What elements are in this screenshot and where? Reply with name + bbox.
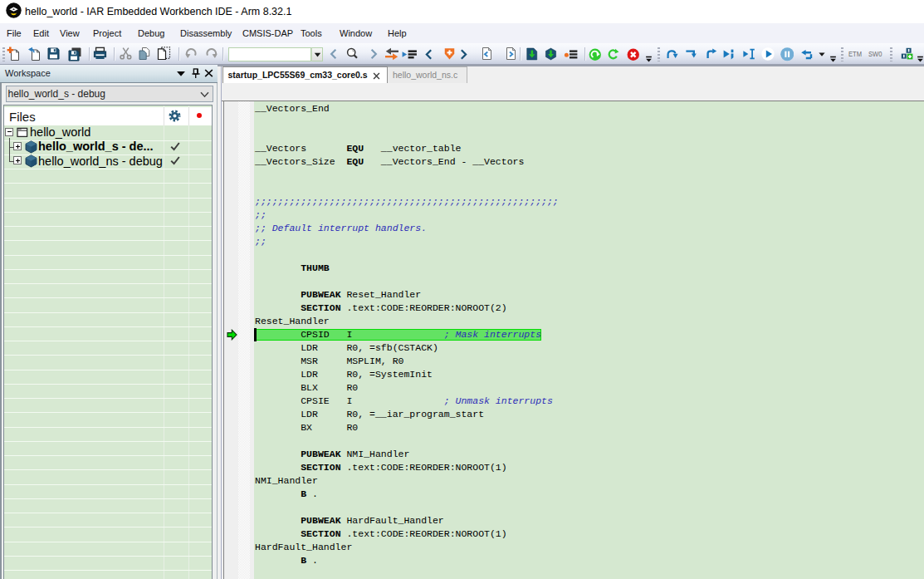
stop-debug-session-button[interactable] <box>800 47 814 61</box>
toolbar-separator <box>89 47 90 61</box>
code-line: __Vectors_End <box>254 102 924 115</box>
stop-debugging-button[interactable] <box>627 48 640 61</box>
find-previous-button[interactable] <box>327 47 340 61</box>
code-line: SECTION .text:CODE:REORDER:NOROOT(1) <box>254 527 924 541</box>
etm-button[interactable]: ETM <box>848 47 862 61</box>
menu-help[interactable]: Help <box>388 23 407 43</box>
new-document-button[interactable] <box>7 47 22 61</box>
code-text <box>255 302 301 313</box>
copy-button[interactable] <box>138 47 152 61</box>
step-out-button[interactable] <box>705 47 718 61</box>
code-text: Reset_Handler <box>255 316 330 326</box>
reload-button[interactable] <box>607 48 619 61</box>
toolbar-overflow-button[interactable] <box>917 56 924 63</box>
menu-window[interactable]: Window <box>340 23 372 43</box>
expand-box[interactable] <box>13 142 22 150</box>
tab-startup-lpc55s69-cm33-core0-s[interactable]: startup_LPC55S69_cm33_core0.s <box>222 66 389 83</box>
window-menu-icon[interactable] <box>176 69 186 78</box>
workspace-panel: Workspacehello_world_s - debugFileshello… <box>0 65 218 579</box>
toggle-source-disassembly-button[interactable] <box>385 47 398 61</box>
cut-button[interactable] <box>119 47 133 61</box>
menu-disassembly[interactable]: Disassembly <box>180 23 232 43</box>
row-separator <box>4 283 212 284</box>
editor-side-margin <box>238 101 250 579</box>
code-comment: ;; <box>255 209 266 220</box>
reset-button[interactable] <box>589 48 602 61</box>
row-separator <box>4 255 212 256</box>
menu-tools[interactable]: Tools <box>301 23 322 43</box>
row-separator <box>4 226 212 227</box>
menu-edit[interactable]: Edit <box>33 23 49 43</box>
tab-close-icon[interactable] <box>373 72 380 80</box>
code-text: . <box>306 555 318 566</box>
code-line: SECTION .text:CODE:REORDER:NOROOT(1) <box>254 461 924 474</box>
memory-window-button[interactable] <box>901 47 914 61</box>
paste-button[interactable] <box>157 47 171 61</box>
next-statement-button[interactable] <box>722 47 736 61</box>
next-document-button[interactable] <box>504 47 518 61</box>
code-text: LDR R0, =sfb(CSTACK) <box>255 342 438 353</box>
save-button[interactable] <box>46 47 61 61</box>
tree-row-hello-world-s-de-[interactable]: hello_world_s - de... <box>4 140 212 154</box>
pin-icon[interactable] <box>191 68 201 79</box>
check-icon <box>170 142 180 151</box>
find-input[interactable] <box>228 47 311 61</box>
tab-hello-world-ns-c[interactable]: hello_world_ns.c <box>388 66 467 83</box>
code-text <box>255 555 301 566</box>
row-separator <box>4 212 212 213</box>
redo-button[interactable] <box>204 47 218 61</box>
break-button[interactable] <box>780 47 794 61</box>
current-pc-arrow <box>227 329 237 341</box>
code-line: CPSIE I ; Unmask interrupts <box>254 395 924 408</box>
workspace-panel-title: Workspace <box>5 65 51 82</box>
menu-project[interactable]: Project <box>93 23 121 43</box>
code-line: SECTION .text:CODE:REORDER:NOROOT(2) <box>254 302 924 315</box>
print-button[interactable] <box>93 47 107 61</box>
run-to-cursor-button[interactable] <box>742 47 755 61</box>
download-and-debug-button[interactable] <box>444 47 455 61</box>
previous-document-button[interactable] <box>480 47 494 61</box>
find-button[interactable] <box>345 47 359 61</box>
code-line: BLX R0 <box>254 381 924 395</box>
menu-file[interactable]: File <box>7 23 22 43</box>
find-dropdown-button[interactable] <box>311 47 323 61</box>
configuration-selector[interactable]: hello_world_s - debug <box>6 86 213 102</box>
plus-bar <box>17 145 18 149</box>
toolbar-overflow-button[interactable] <box>645 56 653 63</box>
toolbar-grip <box>890 47 892 61</box>
expand-box[interactable] <box>13 156 22 164</box>
open-document-button[interactable] <box>27 47 42 61</box>
next-statement-list-button[interactable] <box>401 48 418 61</box>
code-area[interactable]: __Vectors_End__Vectors EQU __vector_tabl… <box>254 102 924 579</box>
workspace-panel-header[interactable]: Workspace <box>0 65 218 83</box>
code-text: LDR R0, =__iar_program_start <box>255 409 484 420</box>
debug-dropdown-button[interactable] <box>819 52 825 56</box>
breakpoints-list-button[interactable] <box>564 47 578 61</box>
collapse-box[interactable] <box>5 128 13 136</box>
close-icon[interactable] <box>204 68 213 78</box>
navigate-forward-button[interactable] <box>457 48 469 61</box>
swo-button[interactable]: SW0 <box>868 47 882 61</box>
tree-row-hello-world-ns-debug[interactable]: hello_world_ns - debug <box>4 155 212 169</box>
download-flash-button[interactable] <box>545 47 557 61</box>
tree-row-hello-world[interactable]: hello_world <box>4 125 212 140</box>
menu-cmsis-dap[interactable]: CMSIS-DAP <box>242 23 293 43</box>
files-column-header[interactable]: Files <box>4 107 212 126</box>
undo-button[interactable] <box>184 47 198 61</box>
find-next-button[interactable] <box>367 47 380 61</box>
row-separator <box>4 556 212 557</box>
navigate-backward-button[interactable] <box>423 48 435 61</box>
save-all-button[interactable] <box>67 47 82 61</box>
code-keyword: THUMB <box>301 263 330 273</box>
download-active-application-button[interactable] <box>526 47 538 61</box>
row-separator <box>4 427 212 428</box>
go-button[interactable] <box>761 47 775 61</box>
code-text: HardFault_Handler <box>255 542 352 552</box>
toolbar-overflow-button[interactable] <box>829 56 837 63</box>
step-over-button[interactable] <box>666 47 679 61</box>
menu-view[interactable]: View <box>60 23 80 43</box>
configuration-selector-value: hello_world_s - debug <box>8 86 105 101</box>
code-comment: ;; Default interrupt handlers. <box>255 223 427 233</box>
menu-debug[interactable]: Debug <box>138 23 164 43</box>
step-into-button[interactable] <box>685 47 698 61</box>
